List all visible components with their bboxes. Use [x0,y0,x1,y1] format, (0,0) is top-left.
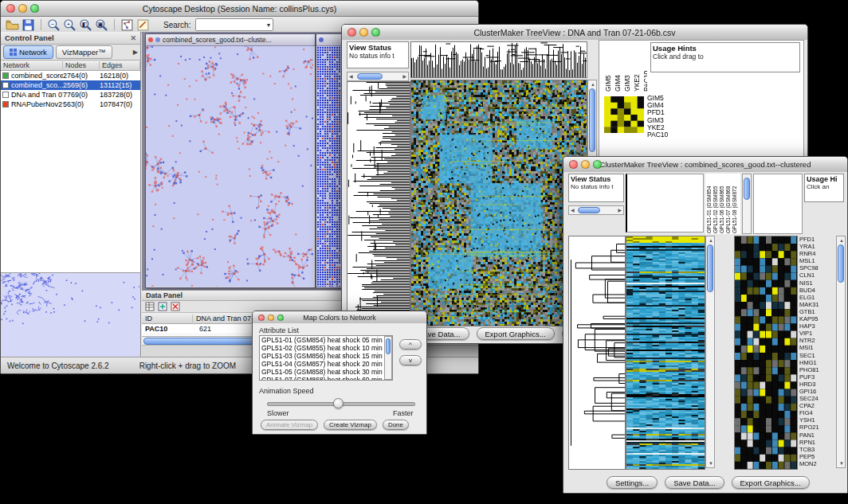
close-panel-icon[interactable]: ✕ [130,34,136,42]
dialog-titlebar[interactable]: Map Colors to Network [253,311,426,324]
zoom-window-icon[interactable] [30,4,39,13]
close-icon[interactable] [347,28,356,37]
gene-label[interactable]: HMG1 [799,359,834,366]
zoom-column-label[interactable]: GPL51-01 (GSM854 [706,174,712,233]
gene-label[interactable]: GTB1 [799,308,834,315]
gene-label[interactable]: FIG4 [799,409,834,416]
zoom-column-label[interactable]: GIM4 [614,42,622,92]
zoom-column-label[interactable]: GIM5 [604,42,612,92]
export-graphics-button[interactable]: Export Graphics... [732,476,810,489]
gene-label[interactable]: MON2 [799,460,834,467]
gene-label[interactable]: SEC1 [799,352,834,359]
dna-column-dendrogram[interactable] [411,42,587,77]
done-button[interactable]: Done [383,420,409,430]
create-vizmap-button[interactable]: Create Vizmap [324,420,377,430]
heatmap-vscrollbar[interactable]: ▲▼ [705,236,715,468]
tab-overflow-icon[interactable]: ▶ [133,49,138,56]
zoom-row-label[interactable]: PAC10 [647,131,684,139]
gene-label[interactable]: CPA2 [799,402,834,409]
gene-label[interactable]: PEP5 [799,453,834,460]
gene-label[interactable]: PUF3 [799,373,834,381]
gene-label[interactable]: NIS1 [799,279,834,287]
annotation-icon[interactable] [136,18,150,32]
cytoscape-titlebar[interactable]: Cytoscape Desktop (Session Name: collins… [1,1,478,17]
minimize-icon[interactable] [581,160,590,169]
zoom-column-label[interactable]: GPL51-02 (GSM855 [713,174,718,233]
network-table-row[interactable]: combined_scores2764(0)16218(0) [1,71,140,80]
network-canvas[interactable] [146,46,313,287]
zoom-fit-icon[interactable]: ▣ [95,18,108,32]
zoom-window-icon[interactable] [277,315,284,321]
zoom-out-icon[interactable]: − [47,18,61,32]
zoom-window-icon[interactable] [371,28,380,37]
gene-label[interactable]: NTR2 [799,337,834,344]
open-session-icon[interactable] [6,18,19,32]
dna-heatmap[interactable] [411,80,587,326]
gene-label[interactable]: RPN1 [799,439,834,446]
gene-label[interactable]: MSI1 [799,344,834,351]
slider-knob[interactable] [333,398,344,408]
move-down-button[interactable]: v [399,355,422,365]
top-vscrollbar[interactable] [742,174,752,234]
combined-heatmap[interactable] [626,236,705,469]
minimize-icon[interactable] [268,315,274,321]
network-view-titlebar[interactable]: combined_scores_good.txt--cluste... [146,34,315,46]
attribute-list-scrollbar[interactable] [384,336,392,380]
minimize-icon[interactable] [359,28,368,37]
attribute-delete-icon[interactable] [171,302,180,311]
column-dendrogram-area[interactable] [626,174,704,232]
gene-label[interactable]: TCB3 [799,446,834,453]
close-icon[interactable] [6,4,15,13]
gene-label[interactable]: SPC98 [799,264,834,272]
network-table-row[interactable]: DNA and Tran 077769(0)183728(0) [1,90,140,100]
gene-label[interactable]: VIP1 [799,330,834,337]
gene-label[interactable]: MSL1 [799,257,834,264]
gene-label[interactable]: MAK31 [799,301,834,308]
combined-zoom-heatmap[interactable] [735,236,797,469]
gene-label[interactable]: GPI16 [799,388,834,395]
network-table-row[interactable]: RNAPuberNov2+563(0)107847(0) [1,100,140,109]
zoom-in-icon[interactable]: + [63,18,77,32]
search-input[interactable]: ▼ [195,18,273,31]
gene-label[interactable]: PHO81 [799,366,834,373]
minimize-icon[interactable] [18,4,27,13]
status-hscrollbar[interactable]: ◀▶ [568,205,624,215]
zoom-column-label[interactable]: GPL51-06 (GSM865 [719,174,724,233]
save-data-button[interactable]: Save Data... [665,476,724,489]
gene-label[interactable]: ELG1 [799,294,834,301]
save-session-icon[interactable] [22,18,35,32]
gene-label[interactable]: YRA1 [799,243,834,250]
attribute-list-item[interactable]: GPL51-01 (GSM854) heat shock 05 min [260,336,384,344]
attribute-list-item[interactable]: GPL51-03 (GSM856) heat shock 15 min [260,352,384,360]
attribute-list-item[interactable]: GPL51-04 (GSM857) heat shock 20 min [260,360,384,368]
status-hscrollbar[interactable]: ◀▶ [347,72,409,81]
gene-label[interactable]: YSH1 [799,416,834,424]
attribute-list-item[interactable]: GPL51-07 (GSM868) heat shock 60 min [260,376,384,381]
move-up-button[interactable]: ^ [399,339,422,350]
tab-vizmapper[interactable]: VizMapper™ [56,45,112,59]
child-close-icon[interactable] [148,37,153,42]
gene-label[interactable]: CLN1 [799,272,834,279]
gene-label[interactable]: PAN1 [799,432,834,439]
gene-vscrollbar[interactable]: ▲▼ [836,236,846,468]
gene-label[interactable]: HRD3 [799,381,834,388]
gene-label[interactable]: BUD4 [799,287,834,294]
attribute-list-item[interactable]: GPL51-02 (GSM855) heat shock 10 min [260,344,384,352]
network-view-window[interactable]: combined_scores_good.txt--cluste... [145,33,316,288]
tab-network[interactable]: Network [3,45,53,59]
zoom-column-label[interactable]: PAC10 [642,42,647,92]
child-restore-icon[interactable] [155,37,160,42]
attribute-list[interactable]: GPL51-01 (GSM854) heat shock 05 minGPL51… [259,335,393,381]
close-icon[interactable] [569,160,578,169]
combined-row-dendrogram[interactable] [569,236,625,469]
treeview-combined-titlebar[interactable]: ClusterMaker TreeView : combined_scores_… [563,157,847,173]
zoom-window-icon[interactable] [593,160,602,169]
network-overview-canvas[interactable] [1,273,139,357]
network-table-row[interactable]: combined_sco...2569(6)13112(15) [1,80,140,90]
dna-row-dendrogram[interactable] [347,82,410,326]
close-icon[interactable] [258,315,265,321]
gene-label[interactable]: RNR4 [799,250,834,257]
settings-button[interactable]: Settings... [607,476,658,489]
attribute-create-icon[interactable] [158,302,167,311]
gene-label[interactable]: SEC24 [799,395,834,402]
